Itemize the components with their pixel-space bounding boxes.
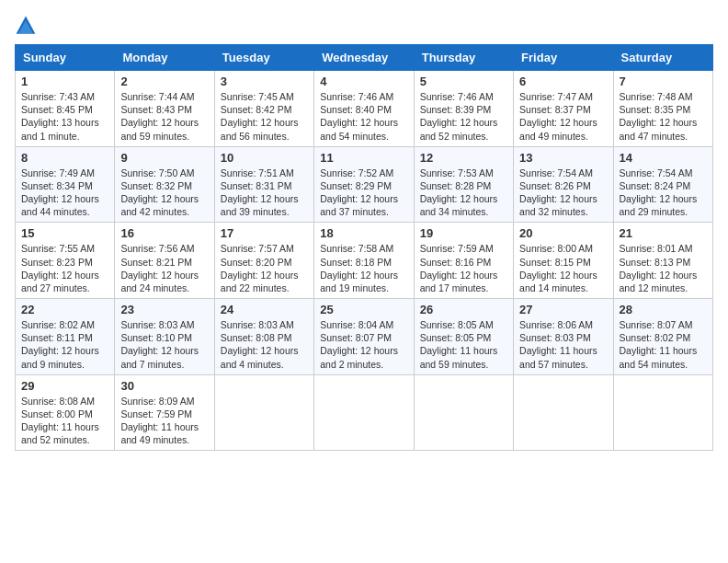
- header-day-thursday: Thursday: [414, 45, 513, 71]
- sunrise-label: Sunrise: 8:00 AM: [519, 243, 593, 254]
- sunrise-label: Sunrise: 7:47 AM: [519, 91, 593, 102]
- sunrise-label: Sunrise: 7:46 AM: [320, 91, 393, 102]
- calendar-cell: 24 Sunrise: 8:03 AM Sunset: 8:08 PM Dayl…: [214, 299, 313, 375]
- calendar-cell: [414, 374, 513, 451]
- calendar-cell: 3 Sunrise: 7:45 AM Sunset: 8:42 PM Dayli…: [214, 71, 313, 147]
- sunset-label: Sunset: 8:13 PM: [620, 257, 691, 268]
- day-number: 25: [320, 303, 407, 316]
- sunset-label: Sunset: 7:59 PM: [120, 408, 192, 419]
- sunrise-label: Sunrise: 7:55 AM: [21, 243, 95, 254]
- day-number: 18: [320, 226, 407, 240]
- daylight-label: Daylight: 12 hours and 9 minutes.: [21, 345, 99, 369]
- daylight-label: Daylight: 12 hours and 27 minutes.: [21, 270, 99, 293]
- sunrise-label: Sunrise: 7:53 AM: [420, 167, 494, 178]
- calendar-cell: [613, 374, 712, 451]
- calendar-cell: 30 Sunrise: 8:09 AM Sunset: 7:59 PM Dayl…: [115, 374, 214, 451]
- calendar-cell: 28 Sunrise: 8:07 AM Sunset: 8:02 PM Dayl…: [613, 299, 712, 375]
- calendar-cell: 26 Sunrise: 8:05 AM Sunset: 8:05 PM Dayl…: [414, 299, 513, 375]
- sunset-label: Sunset: 8:02 PM: [620, 332, 691, 343]
- daylight-label: Daylight: 11 hours and 49 minutes.: [120, 421, 199, 445]
- daylight-label: Daylight: 12 hours and 12 minutes.: [620, 270, 698, 293]
- week-row-5: 29 Sunrise: 8:08 AM Sunset: 8:00 PM Dayl…: [16, 374, 713, 451]
- header-day-sunday: Sunday: [16, 45, 115, 71]
- daylight-label: Daylight: 12 hours and 17 minutes.: [420, 270, 498, 293]
- calendar-cell: 18 Sunrise: 7:58 AM Sunset: 8:18 PM Dayl…: [314, 223, 414, 299]
- cell-content: Sunrise: 7:45 AM Sunset: 8:42 PM Dayligh…: [221, 90, 308, 143]
- header-day-saturday: Saturday: [613, 45, 712, 71]
- daylight-label: Daylight: 12 hours and 47 minutes.: [620, 117, 698, 141]
- header-day-tuesday: Tuesday: [214, 45, 313, 71]
- daylight-label: Daylight: 12 hours and 7 minutes.: [120, 345, 199, 369]
- sunrise-label: Sunrise: 8:07 AM: [620, 319, 693, 330]
- sunset-label: Sunset: 8:31 PM: [221, 180, 292, 191]
- sunrise-label: Sunrise: 7:48 AM: [620, 91, 693, 102]
- calendar-cell: 4 Sunrise: 7:46 AM Sunset: 8:40 PM Dayli…: [314, 71, 414, 147]
- sunrise-label: Sunrise: 7:52 AM: [320, 167, 393, 178]
- daylight-label: Daylight: 12 hours and 19 minutes.: [320, 270, 398, 293]
- calendar-cell: 5 Sunrise: 7:46 AM Sunset: 8:39 PM Dayli…: [414, 71, 513, 147]
- sunset-label: Sunset: 8:23 PM: [21, 257, 93, 268]
- day-number: 9: [120, 151, 208, 165]
- day-number: 22: [21, 303, 108, 316]
- day-number: 4: [320, 75, 407, 88]
- daylight-label: Daylight: 12 hours and 54 minutes.: [320, 117, 398, 141]
- day-number: 23: [120, 303, 208, 316]
- daylight-label: Daylight: 12 hours and 2 minutes.: [320, 345, 398, 369]
- sunrise-label: Sunrise: 8:08 AM: [21, 396, 95, 407]
- calendar-cell: 6 Sunrise: 7:47 AM Sunset: 8:37 PM Dayli…: [514, 71, 613, 147]
- header-day-wednesday: Wednesday: [314, 45, 414, 71]
- cell-content: Sunrise: 8:04 AM Sunset: 8:07 PM Dayligh…: [320, 318, 407, 371]
- calendar-cell: 20 Sunrise: 8:00 AM Sunset: 8:15 PM Dayl…: [514, 223, 613, 299]
- cell-content: Sunrise: 7:59 AM Sunset: 8:16 PM Dayligh…: [420, 242, 507, 294]
- cell-content: Sunrise: 7:52 AM Sunset: 8:29 PM Dayligh…: [320, 167, 407, 219]
- sunrise-label: Sunrise: 8:03 AM: [120, 319, 194, 330]
- sunrise-label: Sunrise: 8:03 AM: [221, 319, 294, 330]
- day-number: 21: [620, 226, 707, 240]
- calendar-cell: 10 Sunrise: 7:51 AM Sunset: 8:31 PM Dayl…: [214, 146, 313, 223]
- cell-content: Sunrise: 7:54 AM Sunset: 8:24 PM Dayligh…: [620, 167, 707, 219]
- sunrise-label: Sunrise: 7:54 AM: [620, 167, 693, 178]
- day-number: 20: [519, 226, 607, 240]
- day-number: 13: [519, 151, 607, 165]
- calendar-cell: 16 Sunrise: 7:56 AM Sunset: 8:21 PM Dayl…: [115, 223, 214, 299]
- cell-content: Sunrise: 7:56 AM Sunset: 8:21 PM Dayligh…: [120, 242, 208, 294]
- cell-content: Sunrise: 8:02 AM Sunset: 8:11 PM Dayligh…: [21, 318, 108, 371]
- sunrise-label: Sunrise: 8:05 AM: [420, 319, 494, 330]
- week-row-1: 1 Sunrise: 7:43 AM Sunset: 8:45 PM Dayli…: [16, 71, 713, 147]
- calendar-cell: 19 Sunrise: 7:59 AM Sunset: 8:16 PM Dayl…: [414, 223, 513, 299]
- daylight-label: Daylight: 12 hours and 29 minutes.: [620, 193, 698, 217]
- sunrise-label: Sunrise: 7:44 AM: [120, 91, 194, 102]
- day-number: 8: [21, 151, 108, 165]
- calendar-cell: 27 Sunrise: 8:06 AM Sunset: 8:03 PM Dayl…: [514, 299, 613, 375]
- header-day-friday: Friday: [514, 45, 613, 71]
- cell-content: Sunrise: 7:51 AM Sunset: 8:31 PM Dayligh…: [221, 167, 308, 219]
- calendar-cell: 12 Sunrise: 7:53 AM Sunset: 8:28 PM Dayl…: [414, 146, 513, 223]
- daylight-label: Daylight: 11 hours and 57 minutes.: [519, 345, 597, 369]
- daylight-label: Daylight: 12 hours and 24 minutes.: [120, 270, 199, 293]
- logo: [15, 15, 40, 37]
- sunset-label: Sunset: 8:34 PM: [21, 180, 93, 191]
- day-number: 15: [21, 226, 108, 240]
- day-number: 1: [21, 75, 108, 88]
- day-number: 14: [620, 151, 707, 165]
- sunset-label: Sunset: 8:21 PM: [120, 257, 192, 268]
- daylight-label: Daylight: 12 hours and 56 minutes.: [221, 117, 299, 141]
- sunset-label: Sunset: 8:18 PM: [320, 257, 392, 268]
- cell-content: Sunrise: 7:48 AM Sunset: 8:35 PM Dayligh…: [620, 90, 707, 143]
- sunset-label: Sunset: 8:43 PM: [120, 104, 192, 115]
- daylight-label: Daylight: 12 hours and 52 minutes.: [420, 117, 498, 141]
- week-row-3: 15 Sunrise: 7:55 AM Sunset: 8:23 PM Dayl…: [16, 223, 713, 299]
- cell-content: Sunrise: 7:50 AM Sunset: 8:32 PM Dayligh…: [120, 167, 208, 219]
- cell-content: Sunrise: 8:00 AM Sunset: 8:15 PM Dayligh…: [519, 242, 607, 294]
- calendar-cell: 14 Sunrise: 7:54 AM Sunset: 8:24 PM Dayl…: [613, 146, 712, 223]
- sunrise-label: Sunrise: 7:43 AM: [21, 91, 95, 102]
- cell-content: Sunrise: 7:58 AM Sunset: 8:18 PM Dayligh…: [320, 242, 407, 294]
- page-header: [15, 15, 713, 37]
- day-number: 2: [120, 75, 208, 88]
- cell-content: Sunrise: 8:03 AM Sunset: 8:10 PM Dayligh…: [120, 318, 208, 371]
- daylight-label: Daylight: 12 hours and 49 minutes.: [519, 117, 597, 141]
- day-number: 24: [221, 303, 308, 316]
- cell-content: Sunrise: 7:55 AM Sunset: 8:23 PM Dayligh…: [21, 242, 108, 294]
- sunset-label: Sunset: 8:15 PM: [519, 257, 591, 268]
- calendar-cell: 8 Sunrise: 7:49 AM Sunset: 8:34 PM Dayli…: [16, 146, 115, 223]
